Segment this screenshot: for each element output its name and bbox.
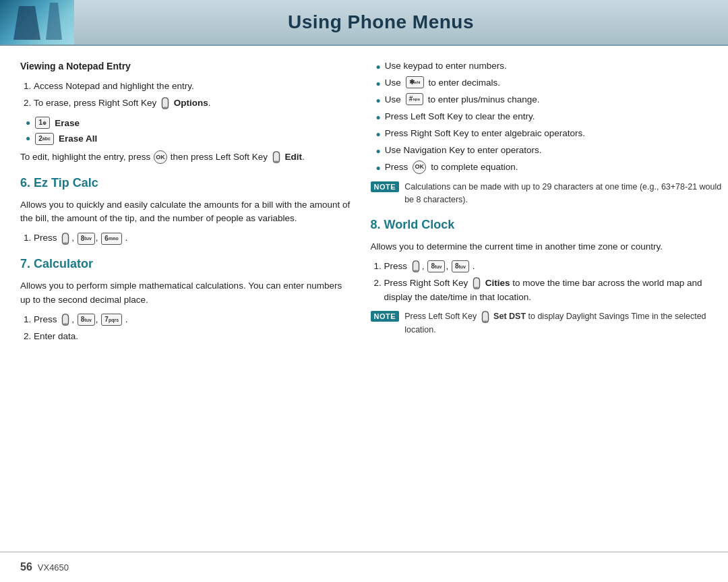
key-8tuv-wc1: 8tuv — [427, 260, 445, 272]
erase-all-label: Erase All — [59, 132, 97, 146]
notepad-step-2: To erase, press Right Soft Key Options. — [34, 96, 351, 111]
soft-key-icon-wc — [411, 260, 421, 273]
calculator-step-2: Enter data. — [34, 330, 351, 344]
key-8tuv-calc: 8tuv — [78, 314, 95, 326]
notepad-sub-items: 1⊕ Erase 2abc Erase All — [20, 116, 351, 146]
bullet-keypad: Use keypad to enter numbers. — [376, 59, 728, 74]
key-star-icon: ✱shi — [406, 76, 424, 88]
svg-rect-6 — [483, 320, 487, 322]
erase-label: Erase — [55, 116, 80, 131]
edit-instruction: To edit, highlight the entry, press OK t… — [20, 150, 351, 165]
bullet-decimals: Use ✱shi to enter decimals. — [376, 76, 728, 90]
header-decorative-image — [0, 0, 74, 45]
ez-tip-heading: 6. Ez Tip Calc — [20, 174, 351, 193]
calculator-section: 7. Calculator Allows you to perform simp… — [20, 255, 351, 344]
page-number: 56 — [20, 561, 32, 573]
set-dst-label: Set DST — [493, 312, 526, 321]
svg-rect-2 — [64, 242, 67, 244]
svg-rect-1 — [274, 161, 278, 163]
key-8tuv-eztip: 8tuv — [78, 233, 95, 245]
erase-all-item: 2abc Erase All — [26, 132, 351, 146]
world-clock-step-1: Press , 8tuv, 8tuv . — [384, 260, 728, 274]
page-title: Using Phone Menus — [74, 11, 728, 33]
calculator-description: Allows you to perform simple mathematica… — [20, 279, 351, 308]
svg-rect-0 — [163, 107, 166, 109]
key-6mno-eztip: 6mno — [101, 233, 121, 245]
bullet-algebraic: Press Right Soft Key to enter algebraic … — [376, 127, 728, 141]
ez-tip-step-1: Press , 8tuv, 6mno . — [34, 231, 351, 245]
soft-key-icon-calc — [60, 313, 71, 326]
options-label: Options — [174, 98, 208, 108]
note-1-block: NOTE Calculations can be made with up to… — [371, 181, 728, 206]
svg-rect-4 — [414, 270, 417, 272]
note-2-label: NOTE — [371, 311, 400, 322]
world-clock-step-2: Press Right Soft Key Cities to move the … — [384, 277, 728, 305]
ez-tip-description: Allows you to quickly and easily calcula… — [20, 198, 351, 227]
note-2-block: NOTE Press Left Soft Key Set DST to disp… — [371, 310, 728, 337]
main-content: Viewing a Notepad Entry Access Notepad a… — [0, 46, 728, 552]
right-soft-key-icon — [160, 96, 171, 110]
key-1-icon: 1⊕ — [35, 117, 50, 129]
soft-key-icon-dst — [480, 310, 491, 324]
ez-tip-steps: Press , 8tuv, 6mno . — [20, 231, 351, 245]
calculator-step-1: Press , 8tuv, 7pqrs . — [34, 313, 351, 327]
ok-key-icon-calc: OK — [413, 161, 426, 174]
note-1-label: NOTE — [371, 181, 400, 192]
calculator-steps: Press , 8tuv, 7pqrs . Enter data. — [20, 313, 351, 344]
key-hash-icon: #spa — [406, 93, 423, 105]
world-clock-description: Allows you to determine the current time… — [371, 240, 728, 254]
ez-tip-section: 6. Ez Tip Calc Allows you to quickly and… — [20, 174, 351, 246]
key-2abc-icon: 2abc — [35, 133, 54, 145]
calculator-heading: 7. Calculator — [20, 255, 351, 274]
key-8tuv-wc2: 8tuv — [452, 260, 469, 272]
bullet-complete: Press OK to complete equation. — [376, 161, 728, 175]
note-1-text: Calculations can be made with up to 29 c… — [404, 181, 728, 206]
soft-key-icon-wc2 — [471, 277, 482, 290]
world-clock-heading: 8. World Clock — [371, 216, 728, 235]
viewing-notepad-steps: Access Notepad and highlight the entry. … — [20, 80, 351, 111]
page-header: Using Phone Menus — [0, 0, 728, 46]
bullet-navigation: Use Navigation Key to enter operators. — [376, 144, 728, 158]
bullet-clear: Press Left Soft Key to clear the entry. — [376, 110, 728, 124]
right-column: Use keypad to enter numbers. Use ✱shi to… — [371, 59, 728, 545]
viewing-notepad-heading: Viewing a Notepad Entry — [20, 59, 351, 74]
edit-label: Edit — [284, 152, 302, 162]
key-7pqrs-calc: 7pqrs — [101, 314, 122, 326]
calculator-bullets-list: Use keypad to enter numbers. Use ✱shi to… — [371, 59, 728, 174]
erase-item: 1⊕ Erase — [26, 116, 351, 131]
notepad-step-1: Access Notepad and highlight the entry. — [34, 80, 351, 94]
model-number: VX4650 — [38, 562, 69, 573]
note-2-text: Press Left Soft Key Set DST to display D… — [404, 310, 728, 337]
viewing-notepad-section: Viewing a Notepad Entry Access Notepad a… — [20, 59, 351, 165]
left-column: Viewing a Notepad Entry Access Notepad a… — [20, 59, 351, 545]
page-footer: 56 VX4650 — [0, 552, 728, 582]
bullet-plusminus: Use #spa to enter plus/minus change. — [376, 93, 728, 107]
world-clock-steps: Press , 8tuv, 8tuv . Press Right Soft Ke… — [371, 260, 728, 305]
cities-label: Cities — [485, 278, 510, 288]
ok-key-icon: OK — [154, 150, 167, 164]
svg-rect-3 — [64, 324, 67, 326]
soft-key-icon-eztip — [60, 232, 71, 245]
world-clock-section: 8. World Clock Allows you to determine t… — [371, 216, 728, 305]
svg-rect-5 — [475, 287, 478, 289]
left-soft-key-icon-edit — [271, 150, 282, 164]
